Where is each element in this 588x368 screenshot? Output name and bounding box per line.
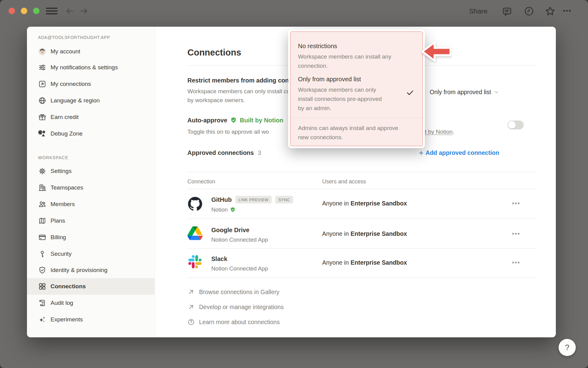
- table-row-github-subtitle: Notion: [211, 206, 236, 213]
- sidebar-item-audit-log[interactable]: Audit log: [27, 295, 155, 311]
- plus-icon: +: [419, 149, 424, 157]
- toggle-knob: [508, 121, 516, 129]
- sidebar-item-my-connections[interactable]: My connections: [27, 76, 155, 92]
- menu-option-only-approved-list[interactable]: Only from approved list Workspace member…: [298, 75, 415, 113]
- link-browse-gallery[interactable]: Browse connections in Gallery: [187, 288, 279, 296]
- divider: [187, 248, 537, 249]
- account-email-heading: ADA@TOOLSFORTHOUGHT.APP: [38, 35, 110, 40]
- verified-shield-icon: [230, 117, 237, 124]
- history-clock-icon[interactable]: [524, 6, 534, 17]
- check-icon: [406, 88, 414, 97]
- sidebar-item-settings[interactable]: Settings: [27, 163, 155, 179]
- arrow-up-right-square-icon: [38, 80, 47, 88]
- column-header-users-access: Users and access: [322, 178, 366, 185]
- table-row-slack-name: Slack: [211, 255, 227, 263]
- auto-approve-heading-row: Auto-approve Built by Notion: [187, 117, 283, 124]
- connection-name: Google Drive: [211, 227, 249, 234]
- add-approved-connection-button[interactable]: + Add approved connection: [419, 149, 499, 157]
- table-row-gdrive-subtitle: Notion Connected App: [211, 236, 268, 243]
- verified-shield-icon: [230, 207, 236, 213]
- forward-arrow-icon[interactable]: [80, 6, 89, 16]
- page-title: Connections: [187, 48, 241, 58]
- traffic-light-minimize[interactable]: [21, 8, 27, 14]
- traffic-light-close[interactable]: [9, 8, 15, 14]
- workspace-heading: WORKSPACE: [38, 155, 68, 160]
- badge-sync: SYNC: [275, 196, 293, 204]
- row-menu-button[interactable]: •••: [512, 200, 520, 207]
- divider: [187, 189, 537, 189]
- more-options-button[interactable]: •••: [563, 7, 571, 14]
- comments-icon[interactable]: [502, 6, 512, 17]
- restriction-dropdown-menu: No restrictions Workspace members can in…: [288, 29, 425, 148]
- auto-approve-toggle[interactable]: [507, 121, 524, 129]
- option-title: Only from approved list: [298, 75, 415, 83]
- back-arrow-icon[interactable]: [65, 6, 74, 16]
- avatar: [38, 47, 47, 56]
- sparkles-icon: [38, 315, 47, 324]
- divider: [187, 278, 537, 278]
- ellipsis-icon: •••: [512, 259, 520, 266]
- debug-shapes-icon: [38, 129, 47, 138]
- option-title: No restrictions: [298, 42, 415, 50]
- sidebar-item-identity-provisioning[interactable]: Identity & provisioning: [27, 262, 155, 278]
- table-row-github-name: GitHub LINK PREVIEW SYNC: [211, 196, 293, 204]
- people-icon: [38, 200, 47, 209]
- question-circle-icon: [187, 318, 195, 326]
- menu-option-no-restrictions[interactable]: No restrictions Workspace members can in…: [298, 42, 415, 71]
- row-menu-button[interactable]: •••: [512, 230, 520, 237]
- connection-name: GitHub: [211, 196, 232, 203]
- sidebar-item-debug-zone[interactable]: Debug Zone: [27, 125, 155, 142]
- sidebar-item-billing[interactable]: Billing: [27, 229, 155, 246]
- building-icon: [38, 183, 47, 192]
- table-row-slack-subtitle: Notion Connected App: [211, 265, 268, 272]
- menu-inner: No restrictions Workspace members can in…: [290, 31, 423, 146]
- arrow-up-right-icon: [187, 288, 195, 296]
- chevron-down-icon: [494, 90, 499, 94]
- table-row-gdrive-name: Google Drive: [211, 227, 249, 234]
- link-develop-integrations[interactable]: Develop or manage integrations: [187, 303, 284, 311]
- google-drive-logo-icon: [187, 226, 203, 240]
- favorite-star-icon[interactable]: [545, 6, 556, 17]
- annotation-arrow-icon: [421, 40, 452, 63]
- help-button[interactable]: ?: [559, 339, 576, 356]
- question-mark-label: ?: [565, 343, 569, 352]
- grid-icon: [38, 282, 47, 291]
- share-button[interactable]: Share: [469, 7, 488, 15]
- built-by-notion-label: Built by Notion: [240, 117, 283, 124]
- gift-icon: [38, 113, 47, 121]
- scroll-icon: [38, 299, 47, 307]
- sidebar-item-plans[interactable]: Plans: [27, 213, 155, 229]
- option-description: Workspace members can install any connec…: [298, 52, 415, 71]
- slack-logo-icon: [188, 255, 202, 268]
- row-menu-button[interactable]: •••: [512, 259, 520, 266]
- link-learn-more-connections[interactable]: Learn more about connections: [187, 318, 280, 326]
- built-by-notion-link[interactable]: lt by Notion: [424, 128, 453, 135]
- arrow-up-right-icon: [187, 303, 195, 311]
- menu-footer-note: Admins can always install and approve ne…: [298, 118, 415, 142]
- sidebar-item-notifications-settings[interactable]: My notifications & settings: [27, 59, 155, 76]
- sidebar-item-my-account[interactable]: My account: [27, 43, 155, 60]
- restriction-dropdown[interactable]: Only from approved list: [430, 89, 499, 96]
- table-row-github-access: Anyone inEnterprise Sandbox: [322, 200, 407, 207]
- sidebar-item-teamspaces[interactable]: Teamspaces: [27, 179, 155, 196]
- credit-card-icon: [38, 233, 47, 242]
- sidebar-item-earn-credit[interactable]: Earn credit: [27, 109, 155, 125]
- divider: [187, 219, 537, 219]
- option-description: Workspace members can only install conne…: [298, 85, 415, 113]
- ellipsis-icon: •••: [512, 200, 520, 207]
- approved-connections-row: Approved connections 3: [187, 149, 261, 156]
- sidebar-item-security[interactable]: Security: [27, 246, 155, 262]
- table-row-slack-access: Anyone inEnterprise Sandbox: [322, 259, 407, 266]
- divider: [187, 172, 537, 172]
- ellipsis-icon: •••: [512, 230, 520, 237]
- sidebar-item-members[interactable]: Members: [27, 196, 155, 213]
- sidebar-item-connections[interactable]: Connections: [27, 278, 155, 295]
- restrict-section-desc-line2: by workspace owners.: [187, 97, 245, 104]
- sidebar-item-language-region[interactable]: Language & region: [27, 92, 155, 109]
- hamburger-menu-icon[interactable]: [46, 8, 58, 14]
- ellipsis-icon: •••: [563, 7, 571, 14]
- traffic-light-zoom[interactable]: [33, 8, 40, 14]
- auto-approve-heading: Auto-approve: [187, 117, 227, 124]
- sidebar-item-experiments[interactable]: Experiments: [27, 311, 155, 328]
- auto-approve-desc-left: Toggle this on to approve all wo: [187, 128, 269, 135]
